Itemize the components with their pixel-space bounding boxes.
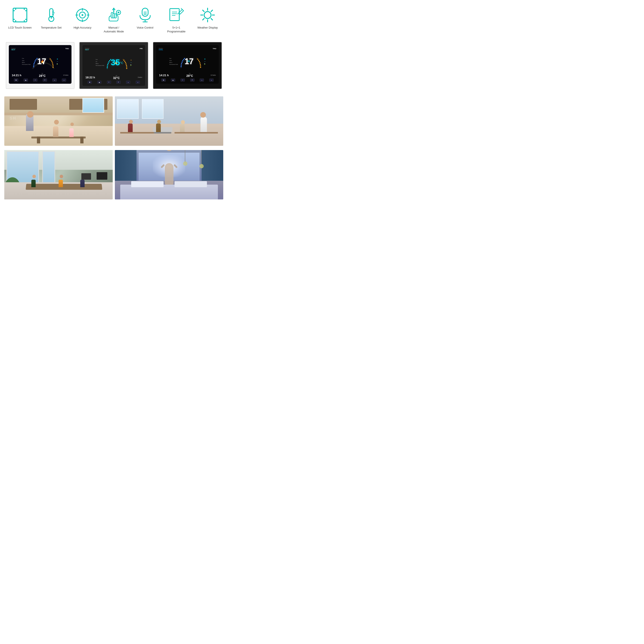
t-black-wind: 〜 — [204, 61, 206, 63]
t-dark-buttons: ⏻ ▦ F ⏱ ∧ ∨ — [84, 80, 143, 84]
t-dark-btn-timer[interactable]: ⏱ — [116, 81, 121, 84]
t-dark-hold: Permanent Hold — [96, 65, 104, 66]
feature-manual-auto: Manual / Automatic Mode — [100, 6, 128, 33]
t-dark-unit: °C — [120, 61, 123, 65]
t-black-fan: Fan — [169, 58, 178, 59]
thermostat-black: System COOL THU Fan Auto Menu Permanent … — [153, 42, 222, 89]
feature-programmable-label: 5+1+1 Programmable — [167, 26, 185, 33]
t-dark-time: 18:22 h — [85, 76, 95, 79]
feature-weather-label: Weather Display — [197, 26, 218, 30]
t-black-day: THU — [213, 48, 216, 50]
t-dark-fan-mode: On — [96, 61, 104, 62]
t-white-btn-timer[interactable]: ⏱ — [43, 79, 47, 82]
svg-rect-33 — [170, 9, 179, 21]
t-dark-day: FRI — [140, 48, 143, 50]
feature-accuracy-label: High Accuracy — [74, 26, 91, 30]
photos-row-1: SH — [0, 93, 228, 149]
t-dark-humidity: 5%RH — [138, 77, 142, 78]
svg-line-38 — [181, 8, 182, 9]
hand-pointer-icon — [105, 6, 122, 24]
thermostat-dark-screen: System HEAT FRI Fan On Menu Permanent Ho… — [82, 45, 145, 86]
feature-voice-label: Voice Control — [137, 26, 153, 30]
thermostats-section: System HEAT THU Fan Auto Menu Permanent … — [0, 38, 228, 93]
t-white-set-temp: 28°C — [39, 74, 46, 77]
t-dark-menu: Menu — [96, 63, 104, 64]
svg-point-26 — [118, 12, 119, 13]
t-white-mode: HEAT — [11, 49, 16, 50]
t-dark-btn-down[interactable]: ∨ — [136, 81, 140, 84]
t-white-fan-mode: Auto — [22, 60, 30, 61]
sun-icon — [199, 6, 216, 24]
photos-row-2: SH — [0, 149, 228, 204]
t-black-btn-f[interactable]: F — [181, 79, 185, 82]
t-black-leaf: 🍃 — [204, 63, 206, 65]
feature-temp-set: Temperature Set — [37, 6, 65, 30]
t-white-buttons: ⏻ ▦ F ⏱ ∧ ∨ — [11, 78, 70, 82]
t-dark-leaf: 🍃 — [130, 64, 132, 66]
t-black-humidity: 57%RH — [211, 74, 216, 76]
t-black-buttons: ⏻ ▦ F ⏱ ∧ ∨ — [158, 78, 217, 82]
t-dark-temp: 35 — [111, 58, 120, 67]
t-dark-btn-grid[interactable]: ▦ — [97, 81, 102, 84]
t-black-time: 14:21 h — [159, 74, 169, 77]
edit-icon — [168, 6, 185, 24]
voice-icon — [137, 6, 154, 24]
t-white-btn-grid[interactable]: ▦ — [24, 79, 28, 82]
svg-line-37 — [178, 13, 179, 14]
t-dark-fan: Fan — [96, 59, 104, 60]
feature-lcd-touch: LCD Touch Screen — [6, 6, 34, 30]
t-white-snowflake: ❄ — [57, 58, 58, 60]
photo-bedroom — [115, 150, 223, 199]
t-white-time: 14:21 h — [12, 74, 21, 77]
feature-programmable: 5+1+1 Programmable — [162, 6, 190, 33]
svg-rect-0 — [13, 8, 27, 22]
photo-classroom: DZ — [115, 96, 223, 146]
t-white-day: THU — [65, 48, 69, 50]
t-black-unit: °C — [194, 60, 197, 64]
feature-manual-label: Manual / Automatic Mode — [104, 26, 124, 33]
t-black-menu: Menu — [169, 62, 178, 63]
t-white-humidity: 57%RH — [63, 74, 68, 76]
t-white-btn-up[interactable]: ∧ — [52, 79, 57, 82]
t-black-set-temp: 28°C — [186, 74, 193, 77]
t-dark-set-temp: 32°C — [113, 76, 120, 80]
thermostat-white-screen: System HEAT THU Fan Auto Menu Permanent … — [9, 45, 71, 84]
feature-temp-label: Temperature Set — [41, 26, 61, 30]
t-white-temp: 17 — [37, 57, 46, 66]
t-dark-btn-f[interactable]: F — [107, 81, 111, 84]
t-white-btn-down[interactable]: ∨ — [62, 79, 66, 82]
t-black-btn-down[interactable]: ∨ — [209, 79, 214, 82]
t-black-btn-up[interactable]: ∧ — [200, 79, 204, 82]
photo-kitchen: SH — [4, 96, 113, 146]
t-dark-wind: 〜 — [130, 62, 132, 64]
feature-lcd-label: LCD Touch Screen — [8, 26, 32, 30]
feature-high-accuracy: High Accuracy — [68, 6, 96, 30]
t-black-snowflake: ❄ — [204, 58, 206, 60]
t-black-fan-mode: Auto — [169, 60, 178, 61]
t-black-btn-grid[interactable]: ▦ — [171, 79, 175, 82]
t-black-hold: Permanent Hold — [169, 64, 178, 65]
t-black-temp: 17 — [185, 57, 194, 66]
t-white-btn-f[interactable]: F — [33, 79, 37, 82]
t-white-hold: Permanent Hold — [22, 64, 30, 65]
lcd-touch-icon — [11, 6, 29, 24]
t-dark-btn-power[interactable]: ⏻ — [88, 81, 92, 84]
crosshair-icon — [74, 6, 91, 24]
feature-weather-display: Weather Display — [194, 6, 222, 30]
t-white-menu: Menu — [22, 62, 30, 63]
t-dark-sun: ☀ — [130, 59, 132, 61]
thermostat-black-screen: System COOL THU Fan Auto Menu Permanent … — [156, 45, 219, 84]
feature-voice-control: Voice Control — [131, 6, 159, 30]
t-black-mode: COOL — [159, 49, 163, 50]
features-section: LCD Touch Screen Temperature Set — [0, 0, 228, 38]
t-black-btn-timer[interactable]: ⏱ — [190, 79, 194, 82]
t-dark-mode: HEAT — [85, 49, 89, 50]
t-white-wind: 〜 — [57, 61, 58, 63]
t-dark-btn-up[interactable]: ∧ — [126, 81, 130, 84]
photo-office: SH — [4, 150, 113, 199]
t-black-btn-power[interactable]: ⏻ — [161, 79, 166, 82]
t-white-btn-power[interactable]: ⏻ — [14, 79, 18, 82]
t-white-fan: Fan — [22, 58, 30, 59]
svg-line-44 — [203, 10, 204, 12]
thermostat-dark: System HEAT FRI Fan On Menu Permanent Ho… — [79, 42, 148, 89]
